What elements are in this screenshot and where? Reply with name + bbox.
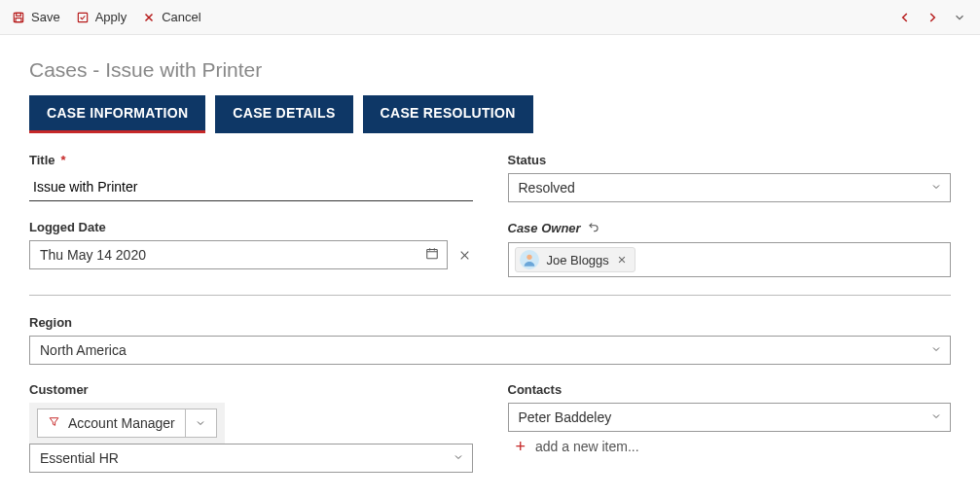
toolbar: Save Apply Cancel [0,0,980,35]
title-label: Title * [29,153,473,167]
tab-case-resolution[interactable]: CASE RESOLUTION [363,95,533,133]
svg-point-5 [526,255,531,260]
plus-icon: + [516,438,526,455]
save-icon [12,11,25,24]
tab-case-information[interactable]: CASE INFORMATION [29,95,205,133]
chevron-down-icon [930,409,942,425]
tab-case-details[interactable]: CASE DETAILS [215,95,352,133]
customer-filter[interactable]: Account Manager [37,409,186,438]
add-contact-label: add a new item... [535,439,639,454]
title-input[interactable] [29,173,473,201]
contacts-select[interactable]: Peter Baddeley [508,403,952,432]
customer-value: Essential HR [40,450,119,466]
contacts-label: Contacts [508,382,952,397]
svg-rect-1 [17,13,21,16]
logged-date-label: Logged Date [29,220,473,234]
required-marker: * [61,153,66,167]
remove-owner-button[interactable] [617,253,627,267]
chevron-down-icon [453,450,464,466]
cancel-label: Cancel [162,10,200,24]
chevron-down-icon [930,180,942,196]
avatar-icon [520,250,539,269]
undo-icon[interactable] [587,220,600,236]
customer-select[interactable]: Essential HR [29,444,473,473]
status-label: Status [508,153,952,167]
clear-date-button[interactable] [457,247,473,263]
tabs: CASE INFORMATION CASE DETAILS CASE RESOL… [29,95,951,133]
svg-rect-3 [78,13,87,21]
save-label: Save [31,10,60,24]
svg-rect-2 [16,18,21,21]
apply-label: Apply [95,10,127,24]
region-select[interactable]: North America [29,336,951,365]
chevron-down-icon [930,342,942,358]
customer-filter-container: Account Manager [29,403,225,444]
logged-date-input[interactable]: Thu May 14 2020 [29,240,448,269]
svg-rect-4 [426,249,437,258]
close-icon [142,11,156,24]
customer-label: Customer [29,382,473,397]
customer-filter-label: Account Manager [68,415,175,431]
apply-icon [76,11,90,24]
region-value: North America [40,342,127,358]
add-contact-button[interactable]: + add a new item... [508,432,952,461]
status-select[interactable]: Resolved [508,173,952,202]
page-title: Cases - Issue with Printer [29,58,951,82]
calendar-icon[interactable] [425,247,439,264]
contacts-value: Peter Baddeley [519,409,612,425]
region-label: Region [29,315,951,330]
cancel-button[interactable]: Cancel [142,10,200,24]
apply-button[interactable]: Apply [76,10,127,24]
case-owner-label: Case Owner [508,220,952,236]
case-owner-field[interactable]: Joe Bloggs [508,242,952,277]
owner-chip: Joe Bloggs [515,247,635,272]
divider [29,295,951,296]
next-button[interactable] [924,9,941,26]
save-button[interactable]: Save [12,10,60,24]
logged-date-value: Thu May 14 2020 [40,247,146,263]
prev-button[interactable] [896,9,914,26]
owner-name: Joe Bloggs [547,253,609,267]
status-value: Resolved [519,180,575,196]
expand-button[interactable] [951,9,968,26]
customer-filter-dropdown[interactable] [186,409,217,438]
filter-icon [48,415,60,431]
